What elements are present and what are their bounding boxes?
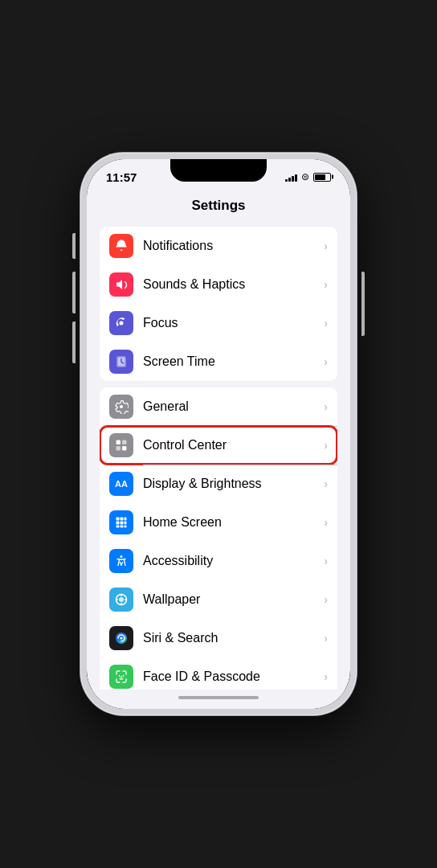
silent-switch xyxy=(72,233,76,259)
power-button xyxy=(361,272,365,336)
display-icon: AA xyxy=(115,479,128,489)
focus-icon xyxy=(114,316,129,330)
control-center-chevron: › xyxy=(324,439,328,452)
display-icon-wrap: AA xyxy=(109,472,133,496)
settings-scroll-area[interactable]: Notifications › Sounds & Haptics › xyxy=(87,220,350,690)
svg-rect-14 xyxy=(116,526,120,528)
screen-time-icon-wrap xyxy=(109,350,133,374)
general-icon xyxy=(114,399,129,414)
row-sounds[interactable]: Sounds & Haptics › xyxy=(100,265,337,304)
row-accessibility[interactable]: Accessibility › xyxy=(100,542,337,580)
svg-rect-13 xyxy=(125,522,127,525)
row-display[interactable]: AA Display & Brightness › xyxy=(100,465,337,503)
screen-time-chevron: › xyxy=(324,355,328,368)
svg-point-19 xyxy=(119,597,124,602)
faceid-chevron: › xyxy=(324,670,328,683)
status-bar: 11:57 ⊜ xyxy=(87,159,350,194)
notifications-icon xyxy=(114,239,129,253)
settings-group-2: General › Control xyxy=(100,387,337,690)
row-siri[interactable]: Siri & Search › xyxy=(100,619,337,657)
svg-rect-4 xyxy=(116,440,121,445)
page-title: Settings xyxy=(87,198,350,214)
wallpaper-label: Wallpaper xyxy=(143,592,324,607)
control-center-label: Control Center xyxy=(143,438,324,452)
focus-label: Focus xyxy=(143,316,324,330)
wallpaper-icon xyxy=(114,592,129,607)
settings-group-1: Notifications › Sounds & Haptics › xyxy=(100,227,337,381)
status-icons: ⊜ xyxy=(285,171,331,182)
battery-icon xyxy=(313,173,331,182)
focus-icon-wrap xyxy=(109,311,133,335)
row-general[interactable]: General › xyxy=(100,387,337,426)
svg-rect-5 xyxy=(122,440,127,445)
general-label: General xyxy=(143,399,324,414)
siri-icon xyxy=(114,631,129,645)
row-notifications[interactable]: Notifications › xyxy=(100,227,337,265)
siri-chevron: › xyxy=(324,632,328,645)
row-screen-time[interactable]: Screen Time › xyxy=(100,342,337,381)
svg-point-3 xyxy=(120,405,123,408)
siri-icon-wrap xyxy=(109,626,133,650)
display-chevron: › xyxy=(324,477,328,490)
row-home-screen[interactable]: Home Screen › xyxy=(100,503,337,542)
notifications-icon-wrap xyxy=(109,234,133,258)
accessibility-label: Accessibility xyxy=(143,554,324,568)
notch xyxy=(170,159,267,182)
accessibility-chevron: › xyxy=(324,555,328,567)
svg-rect-15 xyxy=(120,526,124,528)
svg-rect-10 xyxy=(125,518,127,521)
phone-screen: 11:57 ⊜ Settings xyxy=(87,159,350,709)
svg-rect-7 xyxy=(122,446,127,451)
row-control-center[interactable]: Control Center › xyxy=(100,426,337,465)
home-screen-icon-wrap xyxy=(109,510,133,534)
svg-rect-9 xyxy=(120,518,124,521)
general-chevron: › xyxy=(324,400,328,413)
notifications-chevron: › xyxy=(324,240,328,252)
home-indicator xyxy=(178,696,259,699)
sounds-icon-wrap xyxy=(109,272,133,297)
faceid-icon xyxy=(114,669,129,684)
home-screen-icon xyxy=(114,515,129,530)
screen-time-icon xyxy=(114,354,129,369)
signal-icon xyxy=(285,172,297,182)
svg-point-0 xyxy=(120,321,124,326)
faceid-icon-wrap xyxy=(109,665,133,689)
status-time: 11:57 xyxy=(106,170,137,184)
focus-chevron: › xyxy=(324,317,328,330)
faceid-label: Face ID & Passcode xyxy=(143,669,324,684)
control-center-icon xyxy=(114,438,129,452)
display-label: Display & Brightness xyxy=(143,477,324,491)
wifi-icon: ⊜ xyxy=(301,171,309,182)
svg-rect-11 xyxy=(116,522,120,525)
svg-rect-6 xyxy=(116,446,121,451)
notifications-label: Notifications xyxy=(143,239,324,253)
volume-up-button xyxy=(72,272,76,313)
general-icon-wrap xyxy=(109,395,133,419)
accessibility-icon xyxy=(114,554,129,568)
phone-frame: 11:57 ⊜ Settings xyxy=(80,153,357,715)
sounds-chevron: › xyxy=(324,278,328,291)
accessibility-icon-wrap xyxy=(109,549,133,573)
svg-rect-16 xyxy=(125,526,127,528)
row-focus[interactable]: Focus › xyxy=(100,304,337,342)
control-center-icon-wrap xyxy=(109,433,133,457)
nav-title-bar: Settings xyxy=(87,194,350,220)
screen-time-label: Screen Time xyxy=(143,354,324,369)
sounds-icon xyxy=(114,277,129,292)
svg-rect-12 xyxy=(120,522,124,525)
svg-rect-8 xyxy=(116,518,120,521)
home-screen-label: Home Screen xyxy=(143,515,324,530)
home-bar xyxy=(87,690,350,709)
screen-content: 11:57 ⊜ Settings xyxy=(87,159,350,709)
svg-point-21 xyxy=(120,637,123,640)
row-faceid[interactable]: Face ID & Passcode › xyxy=(100,657,337,690)
volume-down-button xyxy=(72,321,76,363)
wallpaper-chevron: › xyxy=(324,593,328,606)
row-wallpaper[interactable]: Wallpaper › xyxy=(100,580,337,619)
siri-label: Siri & Search xyxy=(143,631,324,645)
svg-point-17 xyxy=(120,555,123,558)
sounds-label: Sounds & Haptics xyxy=(143,277,324,292)
wallpaper-icon-wrap xyxy=(109,588,133,612)
home-screen-chevron: › xyxy=(324,516,328,529)
